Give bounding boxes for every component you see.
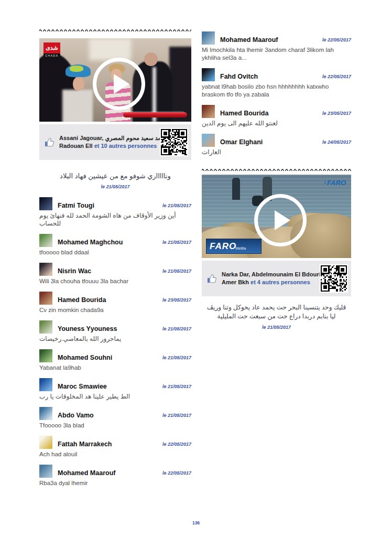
comment-text: Wili 3la chouha tfouuu 3la bachar: [39, 277, 191, 285]
comment-author: Omar Elghani: [220, 138, 263, 146]
post-text: قليك وحد يتنسينا البحر حت يحمد عاد يحوكل…: [202, 303, 351, 321]
comment-text: العارات: [202, 148, 351, 156]
comment-author: Abdo Vamo: [58, 412, 94, 419]
video-scene: [232, 178, 240, 200]
more-likers-link[interactable]: et 10 autres personnes: [94, 143, 157, 149]
faro-watermark-text: FARO: [327, 179, 346, 187]
comment-author: Nisrin Wac: [58, 267, 91, 275]
comment-text: yabnat l9hab bosilo zbo hsn hhhhhhhh kat…: [202, 83, 351, 99]
qr-code: [320, 264, 348, 293]
comment: Abdo Vamo le 21/05/2017 Tfooooo 3la blad: [39, 407, 191, 429]
post-video-thumbnail: i FARO FARO Melilla: [202, 175, 351, 258]
comment-text: Mi lmochkila hta lhemir 3andom charaf 3l…: [202, 46, 351, 62]
comment-avatar: [39, 407, 52, 420]
video-scene: [169, 47, 191, 122]
comment-avatar: [39, 263, 52, 276]
faro-watermark: i FARO: [324, 179, 346, 187]
comments-list: Mohamed Maarouf le 22/05/2017 Mi lmochki…: [202, 31, 351, 156]
like-summary: Narka Dar, Abdelmounaim El Bdouri, Amer …: [222, 261, 322, 296]
comment-text: يماحرور الله بالمعاصي.رخيصات: [39, 335, 191, 343]
comment: Fattah Marrakech le 22/05/2017 Ach had a…: [39, 436, 191, 458]
comment-avatar: [202, 68, 215, 81]
comment-text: Yabanat la9hab: [39, 364, 191, 372]
comment: Mohamed Souhni le 21/05/2017 Yabanat la9…: [39, 349, 191, 372]
comment-avatar: [39, 349, 52, 362]
comment: Maroc Smawiee le 21/05/2017 الط يطير علي…: [39, 378, 191, 401]
comment-date: le 21/05/2017: [162, 413, 191, 418]
comment-avatar: [39, 436, 52, 449]
comment-avatar: [202, 105, 215, 118]
faro-logo-text: FARO: [206, 241, 236, 252]
comment-author: Mohamed Souhni: [58, 354, 112, 361]
comment-text: Ach had alouil: [39, 450, 191, 458]
pdf-page: شدى CHADA Assani Jagouar, احمد سعيد محوم…: [0, 0, 392, 537]
page-number: 136: [0, 520, 392, 525]
comment: Hamed Bourida le 23/05/2017 Cv zin momki…: [39, 292, 191, 314]
comment: Mohamed Maarouf le 22/05/2017 Rba3a dyal…: [39, 465, 191, 487]
comment-avatar: [39, 320, 52, 334]
comment: Mohamed Maarouf le 22/05/2017 Mi lmochki…: [202, 31, 351, 62]
video-scene: [70, 66, 83, 72]
comment-text: أين وزير الأوقاف من هاه الشومة الحمد لله…: [39, 212, 191, 228]
squiggle-divider: [39, 26, 191, 31]
video-scene: [89, 38, 131, 60]
comment-date: le 24/05/2017: [322, 139, 351, 145]
comment: Fahd Ovitch le 22/05/2017 yabnat l9hab b…: [202, 68, 351, 99]
comment-date: le 21/05/2017: [162, 355, 191, 360]
comment-text: Cv zin momkin chada9a: [39, 306, 191, 314]
play-button[interactable]: [93, 58, 145, 110]
comment-date: le 21/05/2017: [162, 203, 191, 208]
comment-date: le 22/05/2017: [162, 442, 191, 447]
post-video-thumbnail: شدى CHADA: [39, 38, 191, 122]
faro-logo-sub: Melilla: [235, 246, 246, 250]
comment-text: لعنتو الله عليهم الى يوم الدين: [202, 120, 351, 127]
comment-date: le 23/05/2017: [162, 297, 191, 303]
comment-date: le 22/05/2017: [322, 74, 351, 79]
comment-date: le 22/05/2017: [162, 470, 191, 476]
likers-names: Amer Bkh: [222, 279, 251, 285]
likers-names: Radouan Ell: [59, 143, 94, 149]
play-icon: [275, 210, 290, 230]
chada-tv-logo: شدى CHADA: [43, 42, 60, 58]
comment-date: le 21/05/2017: [162, 268, 191, 274]
comment-text: الط يطير علينا هد المخلوقات يا رب: [39, 393, 191, 401]
comment-avatar: [202, 31, 215, 45]
post-text: وناااااري شوفو مع من عيشين فهاد البلاد: [39, 171, 191, 180]
post-caption: Narka Dar, Abdelmounaim El Bdouri, Amer …: [202, 261, 351, 296]
comment-date: le 21/05/2017: [162, 240, 191, 245]
comment-author: Hamed Bourida: [220, 110, 268, 117]
likers-names: Assani Jagouar, احمد سعيد محوم المصري,: [59, 134, 168, 142]
like-icon: [45, 137, 56, 147]
comment-avatar: [39, 234, 52, 247]
squiggle-divider: [202, 166, 351, 171]
news-ticker: [123, 112, 187, 117]
comment-author: Fattah Marrakech: [58, 441, 112, 448]
comment-avatar: [39, 465, 52, 478]
comment-date: le 21/05/2017: [162, 326, 191, 331]
qr-code: [160, 128, 188, 156]
play-button[interactable]: [254, 194, 307, 246]
comment-author: Fatmi Tougi: [58, 202, 94, 209]
play-icon: [114, 74, 129, 94]
comment-date: le 22/05/2017: [322, 37, 351, 42]
comment-author: Mohamed Maghchou: [58, 239, 123, 246]
comment-avatar: [39, 378, 52, 391]
left-column: شدى CHADA Assani Jagouar, احمد سعيد محوم…: [39, 26, 191, 493]
comment: Omar Elghani le 24/05/2017 العارات: [202, 134, 351, 156]
comment-date: le 23/05/2017: [322, 111, 351, 116]
comment-avatar: [39, 197, 52, 210]
video-scene: [62, 90, 93, 122]
right-column: Mohamed Maarouf le 22/05/2017 Mi lmochki…: [202, 31, 351, 330]
comment: Mohamed Maghchou le 21/05/2017 tfooooo b…: [39, 234, 191, 256]
more-likers-link[interactable]: et 4 autres personnes: [251, 279, 310, 285]
comment-author: Hamed Bourida: [58, 296, 106, 304]
comment: Hamed Bourida le 23/05/2017 لعنتو الله ع…: [202, 105, 351, 127]
likers-names: Narka Dar, Abdelmounaim El Bdouri,: [222, 271, 322, 278]
comment-author: Mohamed Maarouf: [58, 469, 115, 477]
comment-text: Tfooooo 3la blad: [39, 422, 191, 429]
comment: Nisrin Wac le 21/05/2017 Wili 3la chouha…: [39, 263, 191, 285]
comment: Youness Yyouness le 21/05/2017 يماحرور ا…: [39, 320, 191, 343]
comment-avatar: [202, 134, 215, 147]
comment: Fatmi Tougi le 21/05/2017 أين وزير الأوق…: [39, 197, 191, 228]
comment-text: tfooooo blad ddaal: [39, 249, 191, 256]
